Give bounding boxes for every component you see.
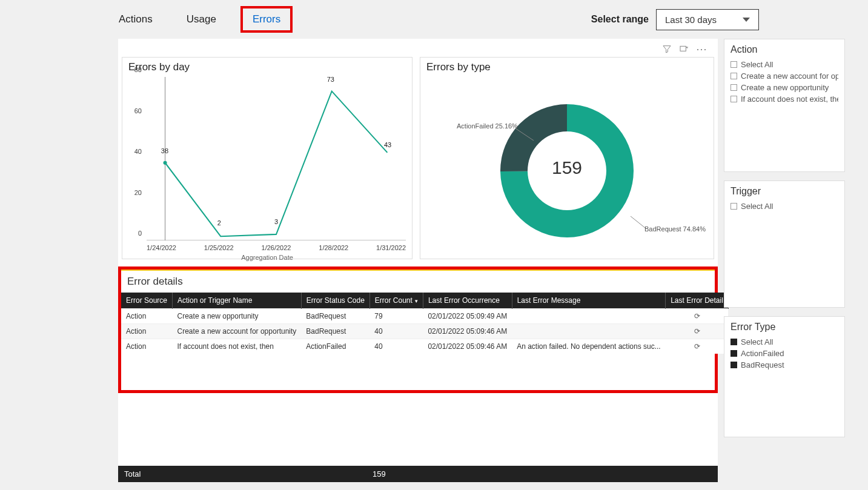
checkbox-checked-icon xyxy=(731,350,737,357)
col-last-occurrence[interactable]: Last Error Occurrence xyxy=(423,293,512,309)
svg-rect-0 xyxy=(680,46,686,51)
range-dropdown[interactable]: Last 30 days xyxy=(656,9,759,30)
donut-label-badrequest: BadRequest 74.84% xyxy=(644,225,706,233)
link-icon[interactable]: ⟳ xyxy=(694,327,700,336)
error-details-title: Error details xyxy=(121,270,715,293)
table-row[interactable]: Action Create a new account for opportun… xyxy=(121,324,728,339)
tab-usage[interactable]: Usage xyxy=(177,8,226,30)
chevron-down-icon xyxy=(743,18,750,22)
errors-by-type-title: Errors by type xyxy=(420,58,714,77)
x-tick: 1/31/2022 xyxy=(376,244,406,251)
svg-line-5 xyxy=(631,216,646,228)
table-row[interactable]: Action If account does not exist, then A… xyxy=(121,339,728,354)
sort-desc-icon: ▾ xyxy=(415,298,418,304)
col-error-count[interactable]: Error Count▾ xyxy=(369,293,423,309)
tab-errors[interactable]: Errors xyxy=(240,6,293,33)
filter-item[interactable]: Create a new opportunity xyxy=(731,82,838,93)
errors-by-day-panel: Errors by day 0 20 40 60 80 xyxy=(122,57,412,259)
filter-item[interactable]: Select All xyxy=(731,336,838,348)
tabs-nav: Actions Usage Errors xyxy=(109,6,293,33)
filter-error-type: Error Type Select All ActionFailed BadRe… xyxy=(724,316,845,437)
col-error-source[interactable]: Error Source xyxy=(121,293,173,309)
errors-by-type-panel: Errors by type xyxy=(420,57,714,259)
filter-item[interactable]: Select All xyxy=(731,200,838,212)
data-label: 43 xyxy=(384,141,391,148)
table-row[interactable]: Action Create a new opportunity BadReque… xyxy=(121,309,728,324)
checkbox-checked-icon xyxy=(731,362,737,368)
data-label: 3 xyxy=(274,218,278,225)
col-last-message[interactable]: Last Error Message xyxy=(512,293,666,309)
error-details-highlight: Error details Error Source Action or Tri… xyxy=(118,267,718,393)
y-tick: 60 xyxy=(134,107,142,114)
checkbox-checked-icon xyxy=(731,339,737,345)
filter-action: Action Select All Create a new account f… xyxy=(724,39,845,172)
filter-action-title: Action xyxy=(731,44,838,55)
col-status-code[interactable]: Error Status Code xyxy=(301,293,369,309)
filter-icon[interactable] xyxy=(662,44,672,54)
data-label: 38 xyxy=(161,147,168,154)
errors-by-day-title: Errors by day xyxy=(122,58,412,77)
data-label: 73 xyxy=(327,76,334,83)
filter-item[interactable]: Select All xyxy=(731,59,838,70)
total-row: Total 159 xyxy=(118,466,718,482)
svg-point-3 xyxy=(164,161,167,165)
checkbox-icon xyxy=(731,203,737,210)
y-tick: 20 xyxy=(134,189,142,196)
filter-trigger-title: Trigger xyxy=(731,186,838,197)
data-label: 2 xyxy=(217,219,221,227)
x-tick: 1/26/2022 xyxy=(262,244,291,251)
tab-actions[interactable]: Actions xyxy=(109,8,162,30)
error-details-table: Error Source Action or Trigger Name Erro… xyxy=(121,293,729,354)
filter-item[interactable]: If account does not exist, then xyxy=(731,93,838,105)
more-options-icon[interactable]: ⋯ xyxy=(696,42,708,56)
x-tick: 1/28/2022 xyxy=(319,244,348,251)
x-tick: 1/24/2022 xyxy=(147,244,176,251)
link-icon[interactable]: ⟳ xyxy=(694,312,700,320)
y-tick: 0 xyxy=(138,230,142,237)
range-value: Last 30 days xyxy=(665,15,717,25)
checkbox-icon xyxy=(731,84,737,91)
y-tick: 80 xyxy=(134,66,142,73)
col-last-detail[interactable]: Last Error Detail xyxy=(666,293,729,309)
donut-label-actionfailed: ActionFailed 25.16% xyxy=(457,122,518,130)
checkbox-icon xyxy=(731,96,737,102)
total-label: Total xyxy=(118,466,366,482)
filter-trigger: Trigger Select All xyxy=(724,180,845,308)
panel-toolbar: ⋯ xyxy=(118,39,718,57)
focus-mode-icon[interactable] xyxy=(679,44,689,54)
col-action-name[interactable]: Action or Trigger Name xyxy=(173,293,302,309)
x-axis-title: Aggregation Date xyxy=(241,254,293,261)
donut-total: 159 xyxy=(552,157,582,178)
filter-item[interactable]: ActionFailed xyxy=(731,348,838,359)
filter-error-type-title: Error Type xyxy=(731,322,838,333)
x-tick: 1/25/2022 xyxy=(204,244,234,251)
checkbox-icon xyxy=(731,61,737,68)
filter-item[interactable]: Create a new account for op... xyxy=(731,70,838,82)
y-tick: 40 xyxy=(134,148,142,155)
checkbox-icon xyxy=(731,73,737,79)
link-icon[interactable]: ⟳ xyxy=(694,342,700,351)
total-value: 159 xyxy=(366,466,392,482)
range-label: Select range xyxy=(591,14,649,25)
filter-item[interactable]: BadRequest xyxy=(731,359,838,371)
